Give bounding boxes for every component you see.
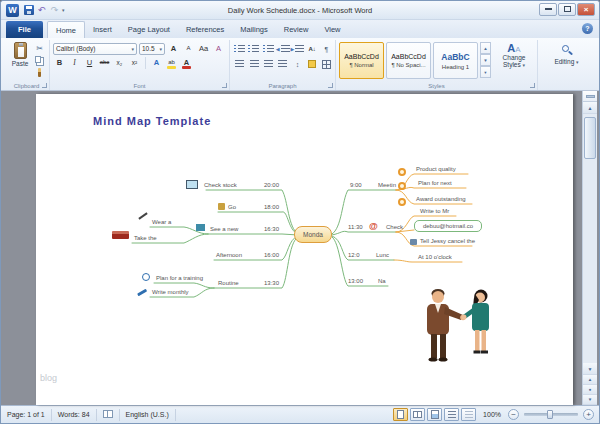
mindmap-node: Meetin: [378, 182, 396, 189]
change-case-button[interactable]: Aa: [197, 42, 210, 55]
tab-review[interactable]: Review: [276, 21, 317, 38]
zoom-slider-thumb[interactable]: [547, 410, 553, 419]
highlight-color-icon: [167, 66, 176, 69]
scrollbar-track[interactable]: [583, 114, 597, 363]
mindmap-center-node: Monda: [294, 226, 332, 243]
tab-home[interactable]: Home: [47, 21, 85, 38]
decrease-indent-button[interactable]: ◀: [276, 42, 290, 56]
minimize-icon: [545, 8, 552, 10]
paste-button[interactable]: Paste: [7, 41, 33, 79]
draft-view-icon: [465, 411, 473, 419]
style-normal[interactable]: AaBbCcDd ¶ Normal: [339, 42, 384, 79]
bullets-icon: [234, 45, 245, 53]
web-layout-view-button[interactable]: [427, 408, 442, 421]
align-center-button[interactable]: [247, 57, 260, 71]
draft-view-button[interactable]: [461, 408, 476, 421]
font-dialog-launcher[interactable]: [222, 83, 227, 88]
document-page[interactable]: Mind Map Template: [36, 94, 573, 405]
scroll-up-button[interactable]: ▲: [583, 102, 597, 114]
shrink-font-button[interactable]: A: [182, 42, 195, 55]
format-painter-button[interactable]: [33, 67, 46, 79]
page-indicator[interactable]: Page: 1 of 1: [6, 409, 52, 421]
help-button[interactable]: ?: [582, 23, 593, 34]
increase-indent-button[interactable]: ▶: [291, 42, 305, 56]
subscript-button[interactable]: x₂: [113, 56, 126, 69]
scroll-down-button[interactable]: ▼: [583, 363, 597, 375]
paragraph-dialog-launcher[interactable]: [328, 83, 333, 88]
previous-page-button[interactable]: ▲: [583, 375, 597, 385]
clear-formatting-button[interactable]: A: [212, 42, 225, 55]
next-page-button[interactable]: ▼: [583, 395, 597, 405]
align-right-button[interactable]: [262, 57, 275, 71]
vertical-scrollbar[interactable]: ▲ ▼ ▲ ● ▼: [582, 91, 597, 405]
grow-font-button[interactable]: A: [167, 42, 180, 55]
numbering-button[interactable]: [247, 42, 260, 56]
tab-page-layout[interactable]: Page Layout: [120, 21, 178, 38]
maximize-button[interactable]: [558, 3, 576, 16]
editing-group[interactable]: Editing ▾: [538, 40, 594, 90]
tab-file[interactable]: File: [6, 21, 43, 38]
change-styles-button[interactable]: AA Change Styles ▾: [494, 42, 534, 80]
font-size-select[interactable]: 10.5 ▾: [139, 43, 165, 55]
mindmap-node: Lunc: [376, 252, 389, 259]
full-screen-reading-view-button[interactable]: [410, 408, 425, 421]
align-center-icon: [250, 60, 259, 68]
scrollbar-thumb[interactable]: [584, 117, 596, 159]
borders-button[interactable]: [320, 57, 333, 71]
zoom-in-button[interactable]: +: [583, 409, 594, 420]
italic-button[interactable]: I: [68, 56, 81, 69]
format-painter-icon: [38, 68, 41, 77]
find-icon: [561, 44, 573, 56]
tab-insert[interactable]: Insert: [85, 21, 120, 38]
superscript-button[interactable]: x²: [128, 56, 141, 69]
outline-view-button[interactable]: [444, 408, 459, 421]
paste-icon: [14, 42, 27, 59]
styles-gallery-up-button[interactable]: ▲: [480, 42, 491, 54]
highlight-button[interactable]: ab: [165, 56, 178, 69]
align-left-button[interactable]: [233, 57, 246, 71]
strikethrough-button[interactable]: abc: [98, 56, 111, 69]
sort-button[interactable]: A↓: [305, 42, 318, 56]
font-color-button[interactable]: A: [180, 56, 193, 69]
styles-group-label: Styles: [336, 83, 537, 89]
style-no-spacing[interactable]: AaBbCcDd ¶ No Spaci...: [386, 42, 431, 79]
underline-button[interactable]: U: [83, 56, 96, 69]
mindmap-node: Check stock: [204, 182, 237, 189]
styles-dialog-launcher[interactable]: [530, 83, 535, 88]
mindmap-time: 20:00: [264, 182, 279, 189]
mindmap-node: Product quality: [416, 166, 456, 173]
line-spacing-button[interactable]: ↕: [291, 57, 304, 71]
bold-button[interactable]: B: [53, 56, 66, 69]
cut-button[interactable]: ✂: [33, 43, 46, 54]
show-hide-paragraph-button[interactable]: ¶: [320, 42, 333, 56]
mindmap-node: Plan for next: [418, 180, 452, 187]
zoom-level[interactable]: 100%: [483, 411, 501, 418]
minimize-button[interactable]: [539, 3, 557, 16]
tab-view[interactable]: View: [316, 21, 348, 38]
clipboard-dialog-launcher[interactable]: [42, 83, 47, 88]
copy-button[interactable]: [33, 55, 46, 66]
tab-mailings[interactable]: Mailings: [232, 21, 276, 38]
font-name-select[interactable]: Calibri (Body) ▾: [53, 43, 137, 55]
zoom-out-button[interactable]: −: [508, 409, 519, 420]
close-button[interactable]: ×: [577, 3, 595, 16]
zoom-slider[interactable]: [524, 413, 578, 416]
tab-references[interactable]: References: [178, 21, 232, 38]
select-browse-object-button[interactable]: ●: [583, 385, 597, 395]
text-effects-button[interactable]: A: [150, 56, 163, 69]
proofing-status[interactable]: [97, 409, 120, 421]
ruler-toggle-button[interactable]: [583, 91, 597, 102]
mindmap-node: Go: [228, 204, 236, 211]
document-area: Mind Map Template: [1, 91, 599, 405]
print-layout-view-button[interactable]: [393, 408, 408, 421]
multilevel-list-button[interactable]: [262, 42, 275, 56]
styles-gallery-more-button[interactable]: ▾: [480, 66, 491, 78]
language-indicator[interactable]: English (U.S.): [120, 409, 176, 421]
styles-gallery-down-button[interactable]: ▼: [480, 54, 491, 66]
highlight-label: ab: [168, 59, 175, 65]
shading-button[interactable]: [305, 57, 318, 71]
justify-button[interactable]: [276, 57, 289, 71]
word-count[interactable]: Words: 84: [52, 409, 97, 421]
bullets-button[interactable]: [233, 42, 246, 56]
style-heading1[interactable]: AaBbC Heading 1: [433, 42, 478, 79]
